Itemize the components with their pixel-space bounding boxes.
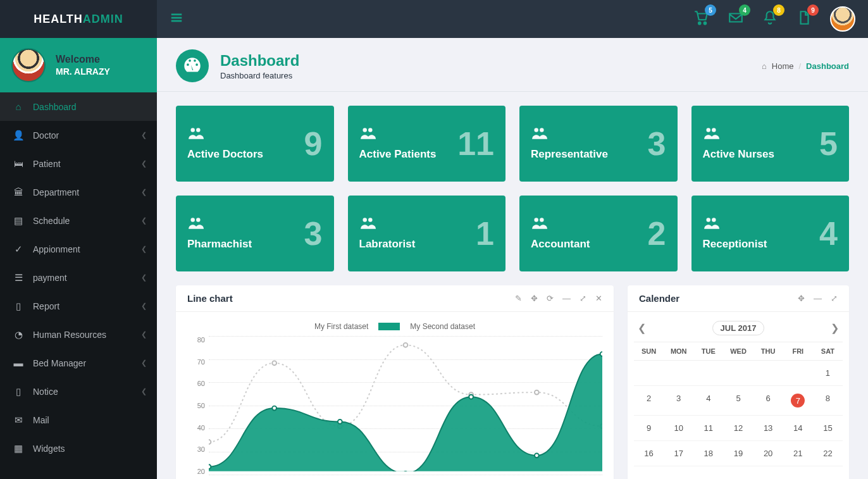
y-tick: 20	[189, 468, 205, 475]
calendar-day[interactable]: 11	[693, 416, 723, 441]
calendar-month-label[interactable]: JUL 2017	[712, 321, 765, 335]
sidebar-item-schedule[interactable]: ▤Schedule❮	[0, 206, 157, 235]
calendar-day[interactable]: 1	[813, 361, 843, 386]
stat-card-accountant[interactable]: Accountant2	[519, 196, 678, 271]
y-tick: 50	[189, 402, 205, 409]
mail-icon[interactable]: 4	[728, 9, 744, 28]
badge-count: 8	[773, 4, 784, 16]
calendar-day[interactable]: 22	[813, 441, 843, 466]
y-tick: 60	[189, 380, 205, 387]
chevron-right-icon: ❮	[141, 387, 147, 395]
nav-label: Doctor	[33, 130, 59, 140]
breadcrumb: ⌂ Home / Dashboard	[762, 61, 849, 71]
nav-icon: ▬	[11, 358, 25, 368]
calendar-day[interactable]: 15	[813, 416, 843, 441]
calendar-day[interactable]: 6	[753, 386, 783, 416]
move-icon[interactable]: ✥	[798, 294, 805, 303]
calendar-day[interactable]: 7	[783, 386, 813, 416]
sidebar-item-widgets[interactable]: ▦Widgets	[0, 434, 157, 463]
calendar-day[interactable]: 8	[813, 386, 843, 416]
nav-label: Report	[33, 301, 59, 311]
calendar-day[interactable]: 4	[693, 386, 723, 416]
refresh-icon[interactable]: ⟳	[547, 294, 554, 303]
nav-icon: ⌂	[11, 101, 25, 112]
calendar-prev-icon[interactable]: ❮	[638, 322, 646, 334]
svg-point-19	[272, 361, 276, 365]
svg-point-26	[272, 406, 276, 411]
stat-card-active-patients[interactable]: Active Patients11	[348, 106, 506, 182]
svg-point-2	[190, 128, 195, 132]
nav-label: Schedule	[33, 216, 70, 226]
sidebar-item-notice[interactable]: ▯Notice❮	[0, 377, 157, 406]
stat-card-representative[interactable]: Representative3	[519, 106, 678, 182]
cart-icon[interactable]: 5	[693, 9, 710, 28]
badge-count: 4	[739, 4, 750, 16]
stat-card-labratorist[interactable]: Labratorist1	[348, 196, 506, 271]
calendar-day[interactable]: 13	[753, 416, 783, 441]
calendar-day[interactable]: 16	[634, 441, 664, 466]
edit-icon[interactable]: ✎	[515, 294, 522, 303]
calendar-day[interactable]: 10	[664, 416, 693, 441]
calendar-next-icon[interactable]: ❯	[831, 322, 839, 334]
sidebar-item-appionment[interactable]: ✓Appionment❮	[0, 235, 157, 263]
calendar-day	[693, 361, 723, 386]
breadcrumb-home[interactable]: Home	[772, 61, 794, 71]
calendar-day[interactable]: 9	[634, 416, 664, 441]
nav-label: Bed Manager	[33, 358, 86, 368]
page-subtitle: Dashboard features	[220, 71, 299, 80]
calendar-day[interactable]: 3	[664, 386, 693, 416]
minimize-icon[interactable]: —	[562, 294, 571, 303]
panel-tools: ✎ ✥ ⟳ — ⤢ ✕	[515, 294, 602, 303]
expand-icon[interactable]: ⤢	[580, 294, 586, 303]
calendar-day	[664, 361, 693, 386]
nav-icon: ✓	[11, 244, 25, 255]
chevron-right-icon: ❮	[141, 188, 147, 196]
close-icon[interactable]: ✕	[595, 294, 602, 303]
sidebar-item-patient[interactable]: 🛏Patient❮	[0, 149, 157, 178]
calendar-day[interactable]: 19	[723, 441, 753, 466]
minimize-icon[interactable]: —	[814, 294, 822, 303]
legend-swatch-icon	[378, 323, 400, 330]
move-icon[interactable]: ✥	[531, 294, 538, 303]
chart-legend: My First dataset My Second dataset	[187, 322, 602, 331]
sidebar-item-doctor[interactable]: 👤Doctor❮	[0, 121, 157, 149]
svg-point-23	[535, 390, 539, 395]
sidebar-item-payment[interactable]: ☰payment❮	[0, 263, 157, 292]
doc-icon[interactable]: 9	[796, 9, 812, 28]
brand-logo[interactable]: HEALTH ADMIN	[0, 0, 157, 38]
expand-icon[interactable]: ⤢	[831, 294, 838, 303]
calendar-dow: MON	[664, 342, 693, 361]
calendar-day[interactable]: 14	[783, 416, 813, 441]
stat-value: 4	[819, 215, 838, 252]
y-tick: 30	[189, 445, 205, 453]
user-avatar-icon[interactable]	[830, 6, 855, 32]
welcome-card: Welcome MR. ALRAZY	[0, 38, 157, 92]
calendar-day[interactable]: 20	[753, 441, 783, 466]
calendar-day[interactable]: 21	[783, 441, 813, 466]
sidebar-item-report[interactable]: ▯Report❮	[0, 292, 157, 320]
calendar-title: Calender	[639, 293, 679, 304]
sidebar-item-dashboard[interactable]: ⌂Dashboard	[0, 92, 157, 121]
nav-label: Mail	[33, 415, 49, 425]
stat-card-active-doctors[interactable]: Active Doctors9	[176, 106, 334, 182]
bell-icon[interactable]: 8	[762, 9, 778, 28]
sidebar-item-human-resources[interactable]: ◔Human Resources❮	[0, 320, 157, 349]
calendar-day[interactable]: 17	[664, 441, 693, 466]
calendar-day[interactable]: 5	[723, 386, 753, 416]
calendar-day[interactable]: 12	[723, 416, 753, 441]
stat-card-pharmachist[interactable]: Pharmachist3	[176, 196, 334, 271]
svg-point-16	[706, 218, 710, 222]
calendar-day[interactable]: 18	[693, 441, 723, 466]
svg-point-17	[712, 218, 716, 222]
sidebar-item-department[interactable]: 🏛Department❮	[0, 178, 157, 206]
stat-card-receptionist[interactable]: Receptionist4	[691, 196, 850, 271]
calendar-grid: SUNMONTUEWEDTHUFRISAT1234567891011121314…	[634, 342, 843, 466]
sidebar-item-bed-manager[interactable]: ▬Bed Manager❮	[0, 349, 157, 377]
stat-card-active-nurses[interactable]: Active Nurses5	[691, 106, 850, 182]
stat-value: 1	[476, 215, 494, 252]
user-avatar-icon[interactable]	[11, 48, 46, 82]
stat-value: 9	[304, 125, 323, 163]
sidebar-item-mail[interactable]: ✉Mail	[0, 406, 157, 434]
calendar-day[interactable]: 2	[634, 386, 664, 416]
sidebar-toggle-icon[interactable]	[170, 11, 183, 28]
